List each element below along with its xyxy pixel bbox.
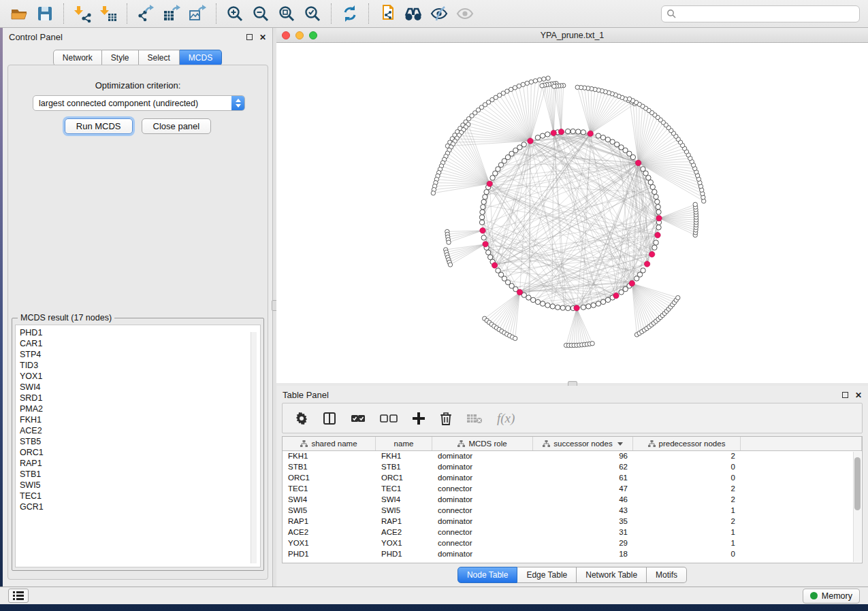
save-session-button[interactable] xyxy=(34,3,56,24)
mcds-tab-body: Optimization criterion: largest connecte… xyxy=(7,65,268,580)
mcds-result-item[interactable]: FKH1 xyxy=(20,414,260,425)
export-table-button[interactable] xyxy=(161,3,182,24)
import-table-button[interactable] xyxy=(97,3,119,24)
search-icon xyxy=(666,9,676,18)
save-icon xyxy=(35,4,54,23)
new-network-from-selection-button[interactable] xyxy=(376,3,398,24)
run-mcds-button[interactable]: Run MCDS xyxy=(65,118,133,134)
dropdown-stepper-icon xyxy=(231,96,244,110)
float-panel-icon[interactable] xyxy=(246,34,253,40)
mcds-result-item[interactable]: PMA2 xyxy=(20,403,260,414)
column-header-predecessor-nodes[interactable]: predecessor nodes xyxy=(633,437,741,450)
tab-edge-table[interactable]: Edge Table xyxy=(517,567,577,583)
tab-node-table[interactable]: Node Table xyxy=(457,567,518,583)
tab-motifs[interactable]: Motifs xyxy=(647,567,687,583)
memory-status-icon xyxy=(810,592,818,599)
tab-network[interactable]: Network xyxy=(53,50,102,66)
mcds-result-item[interactable]: SWI5 xyxy=(20,480,260,491)
network-graph[interactable] xyxy=(276,43,868,383)
mcds-result-item[interactable]: TEC1 xyxy=(20,491,260,501)
sort-descending-icon xyxy=(617,442,623,446)
zoom-selected-icon xyxy=(303,4,322,23)
function-builder-button: f(x) xyxy=(497,411,515,426)
create-column-button[interactable] xyxy=(412,412,425,425)
mcds-result-item[interactable]: ORC1 xyxy=(20,447,260,458)
mcds-result-item[interactable]: ACE2 xyxy=(20,425,260,436)
mcds-result-item[interactable]: SWI4 xyxy=(20,382,260,393)
zoom-selected-button[interactable] xyxy=(302,3,323,24)
memory-button[interactable]: Memory xyxy=(803,589,860,604)
table-row[interactable]: SWI4SWI4dominator462 xyxy=(283,495,862,506)
column-header-name[interactable]: name xyxy=(376,437,432,450)
hide-selected-button[interactable] xyxy=(428,3,450,24)
open-folder-icon xyxy=(10,4,29,23)
tab-style[interactable]: Style xyxy=(102,50,139,66)
close-panel-icon[interactable]: ✕ xyxy=(855,391,862,399)
column-header-successor-nodes[interactable]: successor nodes xyxy=(533,437,633,450)
mcds-result-item[interactable]: STB5 xyxy=(20,436,260,447)
network-window-titlebar[interactable]: YPA_prune.txt_1 xyxy=(276,28,868,43)
apply-layout-button[interactable] xyxy=(339,3,361,24)
shared-column-icon xyxy=(648,440,656,447)
mcds-result-item[interactable]: YOX1 xyxy=(20,371,260,382)
result-list-scrollbar[interactable] xyxy=(251,332,257,563)
mcds-result-item[interactable]: STP4 xyxy=(20,349,260,360)
import-table-icon xyxy=(99,4,118,23)
table-row[interactable]: ACE2ACE2connector311 xyxy=(283,527,862,538)
table-row[interactable]: TEC1TEC1connector472 xyxy=(283,484,862,495)
zoom-in-button[interactable] xyxy=(224,3,246,24)
zoom-fit-button[interactable] xyxy=(276,3,298,24)
table-settings-button[interactable] xyxy=(295,412,308,425)
task-history-button[interactable] xyxy=(8,589,29,603)
show-columns-button[interactable] xyxy=(323,412,336,425)
export-network-button[interactable] xyxy=(135,3,157,24)
tab-network-table[interactable]: Network Table xyxy=(577,567,647,583)
tab-mcds[interactable]: MCDS xyxy=(180,50,222,66)
mcds-result-item[interactable]: SRD1 xyxy=(20,393,260,403)
tab-select[interactable]: Select xyxy=(139,50,180,66)
mcds-result-item[interactable]: GCR1 xyxy=(20,501,260,512)
open-file-button[interactable] xyxy=(8,3,30,24)
deselect-all-button[interactable] xyxy=(380,414,398,423)
table-scrollbar[interactable] xyxy=(853,452,861,562)
mcds-result-title: MCDS result (17 nodes) xyxy=(18,313,114,323)
table-row[interactable]: STB1STB1dominator620 xyxy=(283,462,862,473)
table-row[interactable]: PHD1PHD1dominator180 xyxy=(283,549,862,560)
criterion-dropdown[interactable]: largest connected component (undirected) xyxy=(33,95,245,111)
table-row[interactable]: FKH1FKH1dominator962 xyxy=(283,451,862,462)
toolbar-separator xyxy=(331,3,332,24)
export-image-button[interactable] xyxy=(187,3,208,24)
table-header-row: shared name name MCDS role successor nod… xyxy=(283,437,862,451)
mcds-result-item[interactable]: TID3 xyxy=(20,360,260,371)
control-panel-title: Control Panel xyxy=(9,32,63,42)
shared-column-icon xyxy=(543,440,550,447)
mcds-result-item[interactable]: PHD1 xyxy=(20,327,260,338)
zoom-out-button[interactable] xyxy=(250,3,272,24)
show-all-button xyxy=(454,3,476,24)
table-row[interactable]: RAP1RAP1dominator352 xyxy=(283,516,862,527)
mcds-result-item[interactable]: STB1 xyxy=(20,469,260,480)
toolbar-separator xyxy=(368,3,369,24)
shared-column-icon xyxy=(457,440,465,447)
column-header-mcds-role[interactable]: MCDS role xyxy=(432,437,533,450)
search-box[interactable] xyxy=(661,5,860,22)
eye-icon xyxy=(455,4,475,23)
control-panel-tabs: Network Style Select MCDS xyxy=(3,50,272,66)
column-header-shared-name[interactable]: shared name xyxy=(283,437,376,450)
select-all-button[interactable] xyxy=(351,414,366,423)
close-panel-button[interactable]: Close panel xyxy=(142,118,212,134)
table-row[interactable]: ORC1ORC1dominator610 xyxy=(283,473,862,484)
close-panel-icon[interactable]: ✕ xyxy=(259,33,266,42)
first-neighbors-button[interactable] xyxy=(402,3,424,24)
mcds-result-item[interactable]: CAR1 xyxy=(20,338,260,349)
table-row[interactable]: SWI5SWI5connector431 xyxy=(283,506,862,516)
refresh-layout-icon xyxy=(340,4,359,23)
mcds-result-item[interactable]: RAP1 xyxy=(20,458,260,469)
search-input[interactable] xyxy=(676,9,854,18)
table-row[interactable]: YOX1YOX1connector291 xyxy=(283,538,862,549)
import-network-button[interactable] xyxy=(71,3,93,24)
delete-column-button[interactable] xyxy=(440,412,452,425)
network-view-window: YPA_prune.txt_1 xyxy=(276,28,868,383)
scrollbar-thumb[interactable] xyxy=(854,457,861,510)
float-panel-icon[interactable] xyxy=(842,392,848,398)
